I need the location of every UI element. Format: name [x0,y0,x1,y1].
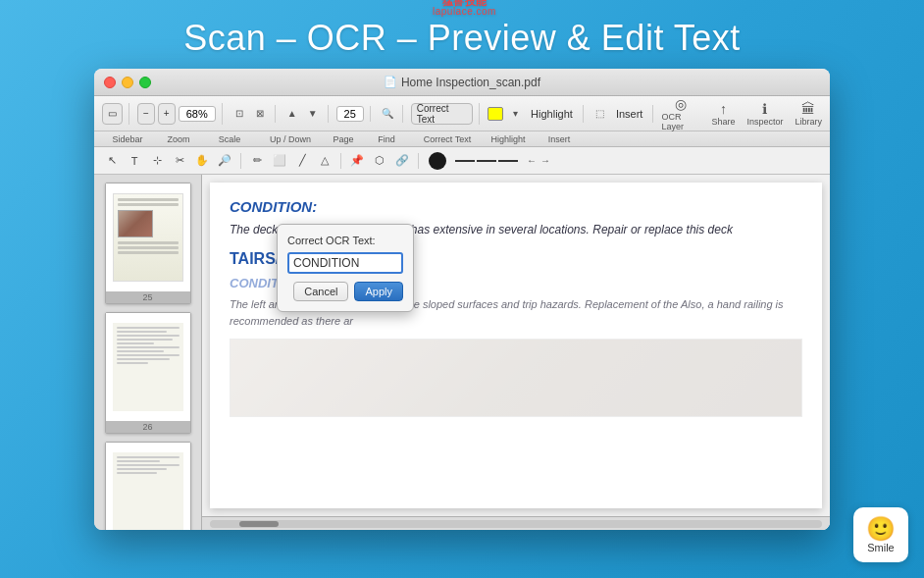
label-page: Page [326,134,361,144]
window-filename: Home Inspection_scan.pdf [401,76,540,89]
markup-tool[interactable]: ✏ [247,151,267,171]
tool-separator-1 [240,153,241,169]
insert-label: Insert [612,108,647,120]
select-tool[interactable]: ⊹ [147,151,167,171]
arrow-ends: ← → [527,155,550,166]
text-tool[interactable]: T [125,151,144,171]
eraser-tool[interactable]: ⬜ [270,151,289,171]
insert-icon[interactable]: ⬚ [591,105,609,123]
inspector-icon: ℹ [762,101,767,117]
tool-separator-3 [418,153,419,169]
scale-icon[interactable]: ⊡ [231,105,248,123]
label-insert: Insert [534,134,585,144]
minus-icon: − [143,108,149,119]
scale-icon2[interactable]: ⊠ [251,105,269,123]
ocr-popup: Correct OCR Text: Cancel Apply [277,224,414,312]
zoom-group: − + [137,103,223,125]
cancel-button[interactable]: Cancel [293,282,348,301]
sidebar-button[interactable]: ▭ [102,103,123,125]
tools-row: ↖ T ⊹ ✂ ✋ 🔎 ✏ ⬜ ╱ △ 📌 ⬡ 🔗 ← → [94,147,830,175]
apply-button[interactable]: Apply [354,282,403,301]
hand-tool[interactable]: ✋ [192,151,212,171]
ocr-popup-title: Correct OCR Text: [287,235,403,246]
line-style-group [455,160,518,162]
traffic-lights [104,77,151,88]
minimize-button[interactable] [122,77,133,88]
main-area: 25 [94,175,830,530]
highlight-chevron[interactable]: ▾ [506,105,524,123]
watermark-line2: lapulace.com [433,6,496,17]
bottom-bar [202,516,830,530]
thumb-25-content [106,184,190,291]
crop-tool[interactable]: ✂ [170,151,189,171]
ocr-text-input[interactable] [287,252,403,274]
thumbnail-26[interactable]: 26 [105,312,191,434]
label-updown: Up / Down [255,134,326,144]
zoom-input[interactable] [179,106,216,122]
insert-group: ⬚ Insert [591,105,654,123]
ocr-layer-label: OCR Layer [661,112,699,131]
arrow-end-icon[interactable]: → [540,155,550,166]
circle-indicator [429,152,446,170]
arrow-tool[interactable]: ↖ [102,151,122,171]
doc-image-placeholder [230,339,802,417]
fullscreen-button[interactable] [139,77,151,88]
titlebar: 📄 Home Inspection_scan.pdf [94,69,830,96]
correct-text-group: Correct Text [411,103,480,125]
toolbar-right: ◎ OCR Layer ↑ Share ℹ Inspector 🏛 Librar… [661,96,822,131]
share-icon: ↑ [720,101,727,117]
thumb-26-pagenum: 26 [106,421,190,433]
line-dash[interactable] [477,160,496,162]
sidebar-icon: ▭ [108,108,117,119]
smile-label: Smile [867,542,895,553]
library-icon: 🏛 [801,101,815,117]
horizontal-scrollbar[interactable] [210,520,822,528]
stamp-tool[interactable]: ⬡ [370,151,389,171]
arrow-start-icon[interactable]: ← [527,155,537,166]
correct-text-label: Correct Text [417,103,467,125]
h-scroll-thumb [239,521,279,527]
line-thick[interactable] [498,160,518,162]
library-button[interactable]: 🏛 Library [795,101,822,127]
smile-logo: 🙂 Smile [853,507,908,562]
thumbnail-25[interactable]: 25 [105,183,191,304]
up-button[interactable]: ▲ [283,105,301,123]
label-highlight: Highlight [483,134,534,144]
zoom-minus-button[interactable]: − [137,103,155,125]
label-correct-text: Correct Text [412,134,483,144]
label-sidebar: Sidebar [102,134,153,144]
thumbnail-27[interactable]: 27 [105,442,191,530]
page-group [336,106,371,122]
line-solid[interactable] [455,160,475,162]
note-tool[interactable]: 📌 [347,151,367,171]
ocr-layer-button[interactable]: ◎ OCR Layer [661,96,699,131]
thumb-line-2 [118,203,179,206]
link-tool[interactable]: 🔗 [392,151,412,171]
thumb-line-1 [118,198,179,201]
page-input[interactable] [336,106,364,122]
ocr-layer-icon: ◎ [675,96,687,112]
color-swatch[interactable] [488,107,503,121]
close-button[interactable] [104,77,116,88]
thumb-27-content [106,443,190,530]
doc-heading-1: CONDITION: [230,198,802,215]
updown-group: ▲ ▼ [283,105,329,123]
sidebar-group: ▭ [102,103,129,125]
zoom-tool[interactable]: 🔎 [215,151,234,171]
sidebar: 25 [94,175,202,530]
shape-tool[interactable]: △ [315,151,334,171]
down-button[interactable]: ▼ [304,105,322,123]
thumb-25-pagenum: 25 [106,291,190,303]
find-icon[interactable]: 🔍 [379,105,396,123]
smile-icon: 🙂 [866,517,896,541]
thumb-25-image [113,193,183,282]
share-label: Share [711,117,735,127]
label-find: Find [361,134,412,144]
zoom-plus-button[interactable]: + [158,103,176,125]
toolbar-labels: Sidebar Zoom Scale Up / Down Page Find C… [94,131,830,147]
thumb-line-4 [118,246,179,249]
line-tool[interactable]: ╱ [292,151,312,171]
share-button[interactable]: ↑ Share [711,101,735,127]
inspector-button[interactable]: ℹ Inspector [746,101,783,127]
correct-text-button[interactable]: Correct Text [411,103,473,125]
